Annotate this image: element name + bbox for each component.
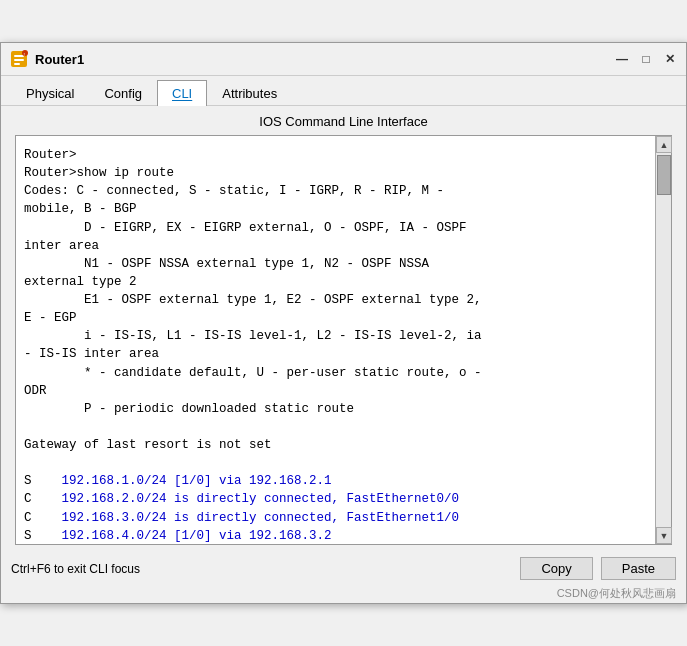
action-buttons: Copy Paste [520,557,676,580]
cli-area[interactable]: Router> Router>show ip route Codes: C - … [15,135,672,545]
tab-cli[interactable]: CLI [157,80,207,106]
svg-rect-1 [14,55,24,57]
main-window: ! Router1 — □ ✕ Physical Config CLI Attr… [0,42,687,604]
statusbar: Ctrl+F6 to exit CLI focus Copy Paste [1,551,686,586]
paste-button[interactable]: Paste [601,557,676,580]
maximize-button[interactable]: □ [638,51,654,67]
watermark: CSDN@何处秋风悲画扇 [1,586,686,603]
scroll-up-button[interactable]: ▲ [656,136,672,153]
window-controls: — □ ✕ [614,51,678,67]
tab-config[interactable]: Config [89,80,157,106]
minimize-button[interactable]: — [614,51,630,67]
status-hint: Ctrl+F6 to exit CLI focus [11,562,520,576]
scrollbar-track[interactable] [656,153,671,527]
cli-line: Router> Router>show ip route Codes: C - … [24,148,482,544]
close-button[interactable]: ✕ [662,51,678,67]
window-title: Router1 [35,52,608,67]
scrollbar-thumb[interactable] [657,155,671,195]
scrollbar[interactable]: ▲ ▼ [655,136,671,544]
svg-text:!: ! [24,52,25,57]
svg-rect-2 [14,59,24,61]
window-icon: ! [9,49,29,69]
section-title: IOS Command Line Interface [1,106,686,135]
svg-rect-3 [14,63,20,65]
titlebar: ! Router1 — □ ✕ [1,43,686,76]
cli-output[interactable]: Router> Router>show ip route Codes: C - … [16,136,655,544]
tab-physical[interactable]: Physical [11,80,89,106]
copy-button[interactable]: Copy [520,557,592,580]
nav-tabs: Physical Config CLI Attributes [1,76,686,106]
scroll-down-button[interactable]: ▼ [656,527,672,544]
tab-attributes[interactable]: Attributes [207,80,292,106]
